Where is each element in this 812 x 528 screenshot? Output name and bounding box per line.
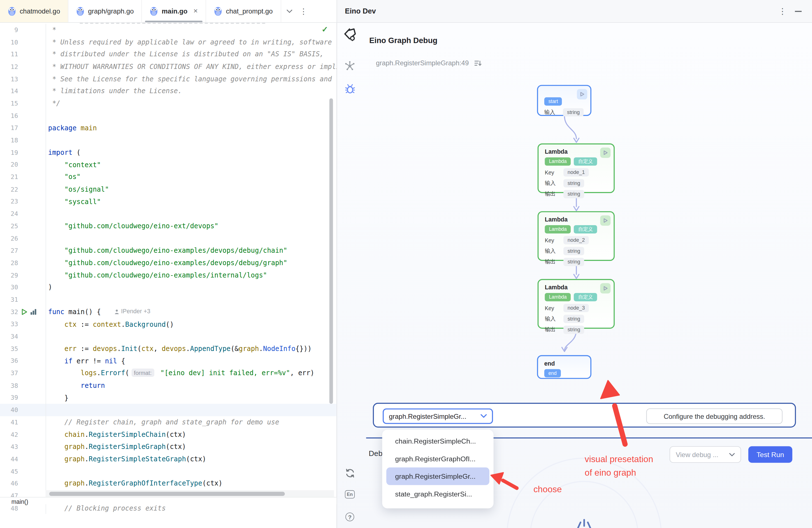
line-number[interactable]: 14 [0,88,18,95]
graph-share-icon[interactable] [337,60,362,72]
code-line-28[interactable]: 28 "github.com/cloudwego/eino-examples/d… [0,257,337,269]
gutter[interactable] [18,281,48,294]
gutter[interactable] [18,48,48,61]
code-line-24[interactable]: 24 [0,208,337,220]
code-vision-authors[interactable]: IPender +3 [114,306,150,318]
line-number[interactable]: 15 [0,100,18,107]
code-line-37[interactable]: 37 logs.Errorf(format: "[eino dev] init … [0,367,337,380]
line-number[interactable]: 44 [0,455,18,463]
code-area[interactable]: 9 *10 * Unless required by applicable la… [0,24,337,514]
gutter[interactable] [18,171,48,183]
line-number[interactable]: 32 [0,308,18,316]
line-number[interactable]: 24 [0,210,18,218]
line-number[interactable]: 26 [0,235,18,242]
tab-options-kebab-icon[interactable]: ⋮ [300,6,307,16]
gutter[interactable] [18,36,48,48]
editor-horizontal-scrollbar[interactable] [49,492,285,496]
line-number[interactable]: 34 [0,333,18,340]
line-number[interactable]: 41 [0,419,18,426]
panel-minimize-icon[interactable] [795,11,801,12]
code-line-30[interactable]: 30) [0,281,337,294]
code-line-19[interactable]: 19import ( [0,146,337,159]
line-number[interactable]: 46 [0,480,18,487]
gutter[interactable] [18,367,48,380]
line-number[interactable]: 21 [0,173,18,181]
gutter[interactable] [18,379,48,392]
dropdown-option[interactable]: chain.RegisterSimpleCh... [386,432,489,450]
gutter[interactable] [18,453,48,465]
code-line-23[interactable]: 23 "syscall" [0,195,337,208]
line-number[interactable]: 33 [0,321,18,328]
code-line-36[interactable]: 36 if err != nil { [0,355,337,367]
graph-node-start[interactable]: start输入string [537,85,591,116]
code-line-44[interactable]: 44 graph.RegisterSimpleStateGraph(ctx) [0,453,337,465]
panel-kebab-icon[interactable]: ⋮ [778,6,786,16]
line-number[interactable]: 31 [0,296,18,304]
code-line-43[interactable]: 43 graph.RegisterSimpleGraph(ctx) [0,441,337,453]
gutter[interactable] [18,465,48,478]
line-number[interactable]: 37 [0,369,18,377]
code-line-29[interactable]: 29 "github.com/cloudwego/eino-examples/i… [0,269,337,281]
editor-horizontal-scrollbar-track[interactable] [46,490,334,497]
code-line-41[interactable]: 41 // Register chain, graph and state_gr… [0,416,337,429]
line-number[interactable]: 29 [0,272,18,279]
profiler-icon[interactable] [30,308,37,315]
line-number[interactable]: 48 [0,505,18,512]
gutter[interactable] [18,110,48,122]
code-line-17[interactable]: 17package main [0,122,337,134]
line-number[interactable]: 19 [0,149,18,156]
help-icon[interactable]: ? [337,513,362,521]
gutter[interactable] [18,60,48,73]
code-line-15[interactable]: 15 */ [0,98,337,110]
gutter[interactable] [18,318,48,331]
code-line-34[interactable]: 34 [0,331,337,343]
language-icon[interactable]: En [337,490,362,498]
gutter[interactable] [18,24,48,36]
code-line-13[interactable]: 13 * See the License for the specific la… [0,73,337,85]
line-number[interactable]: 9 [0,27,18,34]
code-line-46[interactable]: 46 graph.RegisterGraphOfInterfaceType(ct… [0,478,337,490]
tab-chat-prompt-go[interactable]: chat_prompt.go [206,0,281,22]
code-line-40[interactable]: 40 [0,404,337,416]
graph-node-lambda2[interactable]: LambdaLambda自定义Keynode_2输入string输出string [537,211,615,261]
line-number[interactable]: 36 [0,357,18,365]
gutter[interactable] [18,146,48,159]
code-line-42[interactable]: 42 chain.RegisterSimpleChain(ctx) [0,428,337,441]
line-number[interactable]: 38 [0,382,18,389]
code-line-9[interactable]: 9 * [0,24,337,36]
graph-node-end[interactable]: endend [537,355,591,379]
sort-icon[interactable] [475,60,482,69]
gutter[interactable] [18,269,48,281]
gutter[interactable] [18,342,48,355]
code-line-35[interactable]: 35 err := devops.Init(ctx, devops.Append… [0,342,337,355]
gutter[interactable] [18,195,48,208]
gutter[interactable] [18,478,48,490]
code-line-14[interactable]: 14 * limitations under the License. [0,85,337,98]
gutter[interactable] [18,355,48,367]
line-number[interactable]: 43 [0,443,18,451]
line-number[interactable]: 12 [0,63,18,70]
line-number[interactable]: 18 [0,137,18,144]
configure-debug-address-button[interactable]: Configure the debugging address. [646,408,782,424]
gutter[interactable] [18,331,48,343]
line-number[interactable]: 45 [0,468,18,475]
gutter[interactable] [18,159,48,171]
gutter[interactable] [18,294,48,306]
code-line-27[interactable]: 27 "github.com/cloudwego/eino-examples/d… [0,245,337,257]
gutter[interactable] [18,220,48,233]
code-line-21[interactable]: 21 "os" [0,171,337,183]
gutter[interactable] [18,73,48,85]
gutter[interactable] [18,257,48,269]
code-line-25[interactable]: 25 "github.com/cloudwego/eino-ext/devops… [0,220,337,233]
close-tab-icon[interactable]: ✕ [193,8,198,15]
code-line-32[interactable]: 32func main() {IPender +3 [0,306,337,318]
graph-node-lambda3[interactable]: LambdaLambda自定义Keynode_3输入string输出string [537,279,615,329]
graph-select[interactable]: graph.RegisterSimpleGr... [383,408,493,424]
line-number[interactable]: 42 [0,431,18,438]
tab-main-go[interactable]: main.go✕ [142,0,206,22]
code-line-39[interactable]: 39 } [0,392,337,404]
tab-chatmodel-go[interactable]: chatmodel.go [0,0,69,22]
gutter[interactable] [18,98,48,110]
dropdown-option[interactable]: graph.RegisterGraphOfI... [386,450,489,468]
node-play-icon[interactable] [600,147,611,158]
